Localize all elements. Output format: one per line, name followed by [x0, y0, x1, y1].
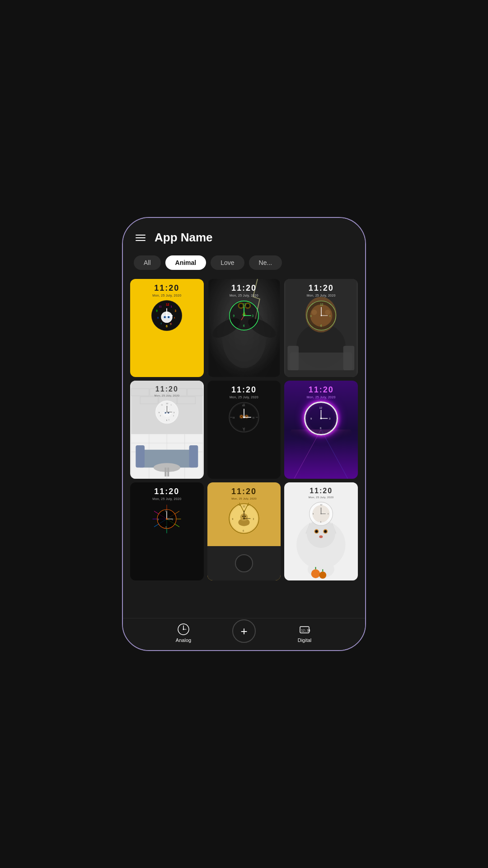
svg-text:6: 6: [243, 529, 244, 532]
card-8-clock: 12 3 6 9: [228, 503, 260, 534]
svg-point-115: [241, 416, 242, 417]
svg-text:6: 6: [320, 427, 321, 429]
svg-point-96: [165, 412, 166, 413]
card-5-clock: XII III VI IX: [228, 401, 260, 433]
phone-frame: App Name All Animal Love Ne... 11:20 Mon…: [122, 217, 366, 651]
svg-point-19: [168, 316, 169, 318]
svg-text:7: 7: [160, 322, 162, 325]
svg-point-173: [315, 530, 318, 533]
svg-text:3: 3: [252, 314, 253, 317]
svg-rect-75: [136, 445, 145, 467]
svg-point-157: [242, 515, 244, 517]
card-2-time: 11:20: [231, 283, 257, 293]
svg-text:3: 3: [329, 417, 330, 420]
card-4-date: Mon, 25 July, 2020: [155, 394, 180, 397]
bottom-nav: Analog 12:34 Digital +: [123, 618, 365, 650]
svg-text:12: 12: [319, 406, 323, 409]
svg-point-119: [243, 416, 245, 418]
nav-analog[interactable]: Analog: [123, 623, 244, 643]
card-7[interactable]: 11:20 Mon, 25 July, 2020: [130, 482, 204, 580]
digital-clock-icon: 12:34: [298, 623, 311, 636]
svg-rect-78: [164, 467, 166, 476]
app-title: App Name: [155, 231, 213, 245]
svg-point-193: [183, 629, 184, 630]
svg-text:9: 9: [310, 417, 312, 420]
svg-text:9: 9: [232, 518, 233, 520]
header: App Name: [123, 218, 365, 252]
card-8[interactable]: 11:20 Mon, 25 July, 2020: [207, 482, 281, 580]
svg-text:9: 9: [233, 314, 235, 317]
card-3[interactable]: 11:20 Mon, 25 July, 2020 12 3 6 9: [284, 279, 358, 377]
tab-new[interactable]: Ne...: [249, 255, 282, 270]
card-9-date: Mon, 25 July, 2020: [309, 496, 334, 499]
menu-button[interactable]: [134, 233, 147, 243]
svg-rect-49: [343, 346, 355, 370]
analog-clock-icon: [177, 623, 190, 636]
card-1[interactable]: 11:20 Mon, 25 July, 2020 12 3 6 9 1 4 5 …: [130, 279, 204, 377]
card-7-time: 11:20: [154, 487, 179, 496]
tab-love[interactable]: Love: [211, 255, 244, 270]
nav-digital[interactable]: 12:34 Digital: [244, 623, 365, 643]
svg-text:6: 6: [166, 325, 168, 328]
svg-point-189: [321, 513, 322, 514]
card-9-clock: 12 3 6 9: [309, 501, 333, 526]
svg-point-41: [243, 315, 245, 316]
card-3-time: 11:20: [309, 283, 334, 293]
svg-point-175: [319, 535, 323, 538]
card-6[interactable]: 11:20 Mon, 25 July, 2020 12 3 6 9: [284, 381, 358, 479]
svg-text:12: 12: [165, 510, 168, 512]
svg-point-177: [311, 569, 320, 578]
svg-text:XII: XII: [242, 405, 245, 407]
card-8-time: 11:20: [231, 487, 257, 496]
svg-text:9: 9: [156, 309, 158, 312]
svg-text:6: 6: [320, 324, 322, 327]
card-2-clock: 12 3 6 9: [228, 300, 260, 331]
svg-point-77: [154, 463, 180, 472]
card-6-time: 11:20: [309, 385, 334, 395]
svg-text:9: 9: [158, 519, 159, 521]
fab-add-button[interactable]: +: [232, 619, 256, 643]
svg-text:11: 11: [161, 404, 163, 406]
svg-text:5: 5: [169, 419, 169, 421]
svg-text:12: 12: [243, 505, 245, 508]
card-2[interactable]: 11:20 Mon, 25 July, 2020 12 3 6 9: [207, 279, 281, 377]
card-9-time: 11:20: [310, 487, 333, 495]
svg-text:IX: IX: [233, 417, 235, 419]
svg-text:1: 1: [171, 305, 172, 308]
svg-text:12: 12: [320, 303, 324, 306]
svg-point-142: [166, 518, 168, 520]
svg-text:III: III: [253, 417, 254, 419]
svg-point-100: [166, 411, 167, 412]
card-4[interactable]: 11:20 Mon, 25 July, 2020 12 3 6 9 1 4 5: [130, 381, 204, 479]
card-1-clock: 12 3 6 9 1 4 5 8 11 7 5: [151, 300, 183, 331]
digital-label: Digital: [298, 637, 312, 643]
svg-text:3: 3: [329, 315, 330, 317]
svg-text:6: 6: [243, 324, 245, 327]
card-7-clock: 12 3 6 9: [151, 503, 183, 535]
svg-text:12: 12: [320, 504, 322, 506]
svg-rect-76: [189, 445, 198, 467]
card-1-date: Mon, 25 July, 2020: [152, 294, 181, 297]
svg-rect-47: [290, 353, 352, 370]
svg-text:1: 1: [171, 404, 172, 406]
svg-text:4: 4: [174, 316, 175, 319]
card-6-date: Mon, 25 July, 2020: [307, 396, 336, 399]
fab-plus-icon: +: [240, 624, 247, 638]
svg-text:3: 3: [172, 519, 174, 521]
svg-text:5: 5: [171, 322, 172, 325]
svg-point-129: [320, 417, 322, 419]
card-5[interactable]: 11:20 Mon, 25 July, 2020 XII III VI IX: [207, 381, 281, 479]
svg-text:3: 3: [175, 309, 177, 312]
svg-point-165: [243, 518, 245, 519]
svg-point-97: [168, 412, 169, 413]
card-1-time: 11:20: [154, 283, 179, 293]
tab-animal[interactable]: Animal: [165, 255, 206, 270]
filter-tabs: All Animal Love Ne...: [123, 252, 365, 277]
card-7-date: Mon, 25 July, 2020: [152, 497, 181, 500]
tab-all[interactable]: All: [134, 255, 161, 270]
card-9[interactable]: 11:20 Mon, 25 July, 2020 12 3 6 9: [284, 482, 358, 580]
wallpaper-grid: 11:20 Mon, 25 July, 2020 12 3 6 9 1 4 5 …: [130, 279, 358, 584]
card-2-date: Mon, 25 July, 2020: [230, 294, 258, 297]
svg-point-58: [320, 315, 322, 316]
card-6-clock: 12 3 6 9: [304, 401, 338, 435]
